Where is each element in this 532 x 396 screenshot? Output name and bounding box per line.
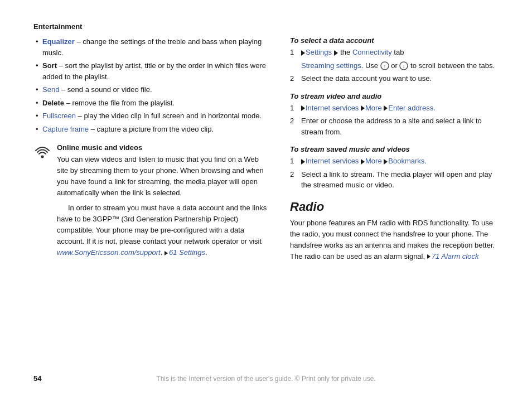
list-item: Sort – sort the playlist by artist, titl… xyxy=(33,60,268,82)
triangle-icon xyxy=(361,159,365,165)
online-music-content: Online music and videos You can view vid… xyxy=(57,143,268,258)
more-link[interactable]: More xyxy=(365,104,382,112)
step-content: Enter or choose the address to a site an… xyxy=(301,115,499,137)
step-1: 1 Settings the Connectivity tab xyxy=(290,47,499,58)
streaming-settings-link[interactable]: Streaming settings xyxy=(301,61,361,70)
footer: This is the Internet version of the user… xyxy=(0,374,532,383)
step-1: 1 Internet services More Bookmarks. xyxy=(290,156,499,167)
triangle-icon xyxy=(301,159,305,165)
internet-services-link[interactable]: Internet services xyxy=(306,104,359,112)
select-data-account-section: To select a data account 1 Settings the … xyxy=(290,36,499,84)
list-item: Send – send a sound or video file. xyxy=(33,84,268,95)
online-music-body1: You can view videos and listen to music … xyxy=(57,154,268,199)
equalizer-link[interactable]: Equalizer xyxy=(42,37,75,46)
internet-services-link2[interactable]: Internet services xyxy=(306,157,359,165)
send-text: – send a sound or video file. xyxy=(59,85,152,94)
step-content: Internet services More Enter address. xyxy=(301,103,436,114)
right-column: To select a data account 1 Settings the … xyxy=(290,36,499,262)
fullscreen-text: – play the video clip in full screen and… xyxy=(76,112,262,120)
fullscreen-link[interactable]: Fullscreen xyxy=(42,112,76,120)
bookmarks-link[interactable]: Bookmarks. xyxy=(388,157,427,165)
body2-text: In order to stream you must have a data … xyxy=(57,204,267,245)
more-link2[interactable]: More xyxy=(365,157,382,165)
two-column-layout: Equalizer – change the settings of the t… xyxy=(33,36,499,262)
footer-disclaimer: This is the Internet version of the user… xyxy=(156,375,375,383)
svg-text:↑: ↑ xyxy=(383,64,386,69)
support-link[interactable]: www.SonyEricsson.com/support xyxy=(57,248,161,257)
radio-book-arrow-icon xyxy=(427,254,431,259)
music-streaming-icon xyxy=(33,144,51,162)
step-num: 2 xyxy=(290,73,297,84)
stream-saved-section: To stream saved music and videos 1 Inter… xyxy=(290,145,499,191)
nav-circle-1-icon: ↑ xyxy=(380,61,389,70)
settings-ref: 61 Settings. xyxy=(165,248,207,257)
capture-frame-link[interactable]: Capture frame xyxy=(42,125,89,133)
step-content: Select a link to stream. The media playe… xyxy=(301,169,499,191)
list-item: Delete – remove the file from the playli… xyxy=(33,98,268,109)
sort-text: – sort the playlist by artist, title or … xyxy=(42,61,266,81)
triangle-icon xyxy=(361,105,365,111)
left-column: Equalizer – change the settings of the t… xyxy=(33,36,268,262)
online-music-section: Online music and videos You can view vid… xyxy=(33,143,268,258)
list-item: Fullscreen – play the video clip in full… xyxy=(33,110,268,122)
triangle-icon xyxy=(301,105,305,111)
step-num: 1 xyxy=(290,47,297,58)
radio-ref-text: 71 Alarm clock xyxy=(432,252,479,260)
stream-saved-steps: 1 Internet services More Bookmarks. 2 Se… xyxy=(290,156,499,191)
select-data-account-heading: To select a data account xyxy=(290,36,499,45)
online-music-body2: In order to stream you must have a data … xyxy=(57,202,268,259)
stream-video-heading: To stream video and audio xyxy=(290,92,499,100)
step-num: 1 xyxy=(290,156,297,167)
send-link[interactable]: Send xyxy=(42,85,59,94)
nav-circle-2-icon: ↓ xyxy=(399,61,408,70)
page: Entertainment Equalizer – change the set… xyxy=(0,0,532,396)
step-content: Select the data account you want to use. xyxy=(301,73,432,84)
step-content: Internet services More Bookmarks. xyxy=(301,156,427,167)
svg-point-0 xyxy=(41,156,44,158)
triangle-icon xyxy=(384,159,388,165)
step-2: 2 Select the data account you want to us… xyxy=(290,73,499,84)
radio-section: Radio Your phone features an FM radio wi… xyxy=(290,200,499,263)
step-num: 2 xyxy=(290,115,297,137)
step-1: 1 Internet services More Enter address. xyxy=(290,103,499,114)
step-num xyxy=(290,60,297,71)
radio-title: Radio xyxy=(290,200,499,214)
stream-video-steps: 1 Internet services More Enter address. … xyxy=(290,103,499,138)
section-header: Entertainment xyxy=(33,22,499,31)
list-item: Equalizer – change the settings of the t… xyxy=(33,36,268,58)
feature-list: Equalizer – change the settings of the t… xyxy=(33,36,268,134)
period-text: . xyxy=(161,248,163,257)
book-arrow-icon xyxy=(165,251,168,255)
sort-link: Sort xyxy=(42,61,57,70)
equalizer-text: – change the settings of the treble and … xyxy=(42,37,262,57)
step-num: 1 xyxy=(290,103,297,114)
body1-text: You can view videos and listen to music … xyxy=(57,155,264,197)
step-2: 2 Enter or choose the address to a site … xyxy=(290,115,499,137)
connectivity-link[interactable]: Connectivity xyxy=(352,48,392,56)
triangle-icon xyxy=(384,105,388,111)
settings-ref-text: 61 Settings xyxy=(169,248,205,257)
svg-text:↓: ↓ xyxy=(403,64,405,69)
delete-label: Delete xyxy=(42,99,64,107)
capture-frame-text: – capture a picture from the video clip. xyxy=(89,125,214,133)
step-content: Streaming settings. Use ↑ or ↓ to scroll… xyxy=(301,60,495,71)
list-item: Capture frame – capture a picture from t… xyxy=(33,124,268,135)
online-music-title: Online music and videos xyxy=(57,143,268,152)
step-2: 2 Select a link to stream. The media pla… xyxy=(290,169,499,191)
radio-body: Your phone features an FM radio with RDS… xyxy=(290,218,499,263)
triangle-icon xyxy=(334,50,338,56)
stream-saved-heading: To stream saved music and videos xyxy=(290,145,499,153)
enter-address-link[interactable]: Enter address. xyxy=(388,104,436,112)
select-data-account-steps: 1 Settings the Connectivity tab Streamin… xyxy=(290,47,499,84)
triangle-icon xyxy=(301,50,305,56)
step-content: Settings the Connectivity tab xyxy=(301,47,404,58)
step-1b: Streaming settings. Use ↑ or ↓ to scroll… xyxy=(290,60,499,71)
settings-link[interactable]: Settings xyxy=(306,48,332,56)
delete-text: – remove the file from the playlist. xyxy=(64,99,175,107)
stream-video-section: To stream video and audio 1 Internet ser… xyxy=(290,92,499,138)
step-num: 2 xyxy=(290,169,297,191)
